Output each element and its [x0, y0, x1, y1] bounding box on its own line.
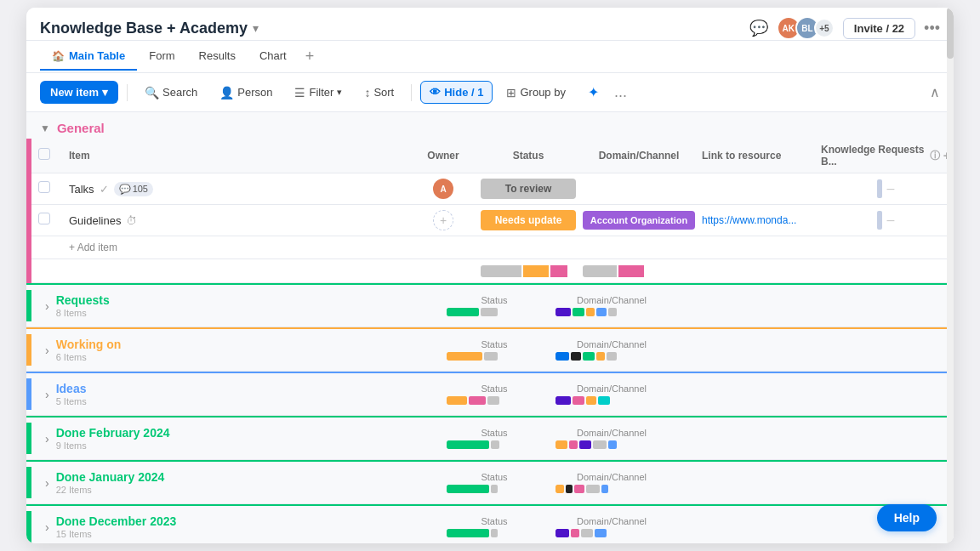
hide-label: Hide / 1 — [444, 86, 483, 99]
group-title-3[interactable]: Done February 2024 — [56, 426, 170, 440]
domain-bar-segment — [608, 440, 617, 449]
group-status-label-5: Status — [481, 516, 507, 526]
talks-domain-cell[interactable] — [579, 186, 698, 191]
guidelines-item-name: Guidelines — [69, 214, 121, 227]
tab-form[interactable]: Form — [137, 43, 186, 71]
talks-status-cell[interactable]: To review — [477, 176, 579, 202]
guidelines-checkbox-cell[interactable] — [31, 207, 62, 233]
sort-button[interactable]: ↕ Sort — [356, 82, 402, 104]
talks-link-cell[interactable] — [698, 184, 818, 194]
guidelines-owner-empty: + — [433, 210, 453, 230]
group-title-0[interactable]: Requests — [56, 293, 110, 307]
tab-main-table[interactable]: 🏠 Main Table — [40, 43, 137, 71]
group-domain-label-3: Domain/Channel — [577, 428, 647, 438]
general-status-summary-bar — [481, 265, 576, 277]
ai-button[interactable]: ✦ — [579, 80, 607, 105]
filter-button[interactable]: ☰ Filter ▾ — [286, 82, 350, 104]
tab-add-icon[interactable]: + — [299, 41, 322, 72]
hide-button[interactable]: 👁 Hide / 1 — [420, 81, 493, 104]
guidelines-link-cell[interactable]: https://www.monda... — [698, 209, 818, 231]
group-status-label-0: Status — [481, 295, 507, 305]
bar-seg-gray2 — [583, 265, 617, 277]
talks-item-name: Talks — [69, 183, 94, 196]
new-item-label: New item — [50, 86, 99, 99]
group-title-1[interactable]: Working on — [56, 338, 122, 351]
group-title-4[interactable]: Done January 2024 — [56, 470, 165, 484]
new-item-button[interactable]: New item ▾ — [40, 81, 118, 104]
general-table-inner: Item Owner Status Domain/Channel Link to… — [31, 139, 954, 283]
toolbar: New item ▾ 🔍 Search 👤 Person ☰ Filter ▾ … — [26, 73, 954, 112]
filter-chevron-icon: ▾ — [337, 87, 342, 98]
talks-kb-dash: – — [887, 181, 895, 196]
title-chevron-icon[interactable]: ▾ — [253, 21, 259, 35]
general-collapse-icon[interactable]: ▼ — [40, 122, 50, 134]
guidelines-status-pill: Needs update — [481, 210, 576, 230]
status-bar-segment — [481, 308, 498, 316]
talks-kb-bar — [877, 179, 882, 198]
domain-bar-segment — [596, 308, 607, 316]
talks-comment-count: 105 — [133, 184, 148, 194]
group-chevron-0[interactable]: › — [45, 299, 49, 313]
header-checkbox[interactable] — [38, 148, 50, 160]
talks-checkbox-cell[interactable] — [31, 176, 62, 202]
add-item-label: + Add item — [69, 241, 117, 253]
group-domain-label-5: Domain/Channel — [577, 516, 647, 526]
person-button[interactable]: 👤 Person — [211, 82, 281, 104]
group-by-button[interactable]: ⊞ Group by — [498, 82, 573, 104]
guidelines-kb-bar — [877, 211, 882, 230]
general-group-section: ▼ General Item Owner Status Domain/Chann… — [26, 112, 954, 283]
domain-bar-segment — [595, 529, 607, 537]
toolbar-separator-2 — [411, 84, 412, 101]
group-title-2[interactable]: Ideas — [56, 382, 87, 395]
help-button[interactable]: Help — [877, 504, 937, 531]
bar-seg-gray — [481, 265, 521, 277]
tab-results[interactable]: Results — [187, 43, 248, 71]
group-chevron-2[interactable]: › — [45, 388, 49, 401]
talks-checkbox[interactable] — [38, 181, 50, 193]
domain-bar-segment — [593, 440, 607, 449]
group-by-label: Group by — [520, 86, 565, 99]
general-group-title: General — [57, 121, 105, 135]
domain-column-header: Domain/Channel — [579, 145, 698, 167]
domain-bar-segment — [608, 308, 617, 316]
toolbar-collapse-icon[interactable]: ∧ — [930, 84, 940, 100]
group-sub-2: 5 Items — [56, 396, 87, 406]
toolbar-more-icon[interactable]: ... — [614, 83, 627, 101]
group-chevron-4[interactable]: › — [45, 476, 49, 490]
bar-seg-pink2 — [618, 265, 644, 277]
status-column-header: Status — [477, 145, 579, 167]
add-item-row[interactable]: + Add item — [31, 236, 954, 259]
guidelines-domain-cell[interactable]: Account Organization — [579, 208, 698, 232]
group-sub-0: 8 Items — [56, 308, 110, 318]
domain-bar-segment — [556, 308, 571, 316]
chat-icon[interactable]: 💬 — [749, 19, 768, 37]
domain-bar-segment — [583, 352, 595, 361]
scrollbar-track[interactable] — [947, 8, 954, 543]
status-bar-segment — [469, 396, 486, 405]
sort-label: Sort — [373, 86, 394, 99]
tab-chart[interactable]: Chart — [248, 43, 299, 71]
hide-eye-icon: 👁 — [430, 86, 441, 99]
group-chevron-3[interactable]: › — [45, 432, 49, 446]
header-more-icon[interactable]: ••• — [924, 20, 940, 37]
guidelines-kb-cell: – — [818, 206, 954, 235]
guidelines-domain-pill: Account Organization — [583, 211, 695, 230]
guidelines-status-cell[interactable]: Needs update — [477, 207, 579, 233]
invite-button[interactable]: Invite / 22 — [843, 18, 915, 39]
avatars-group: AK BL +5 — [777, 16, 835, 40]
group-title-5[interactable]: Done December 2023 — [56, 514, 177, 528]
domain-bar-segment — [586, 308, 595, 316]
domain-bar-segment — [571, 352, 581, 361]
status-bar-segment — [484, 352, 498, 361]
tab-results-label: Results — [199, 49, 236, 62]
tab-form-label: Form — [149, 49, 174, 62]
talks-comment-badge[interactable]: 💬 105 — [114, 182, 153, 196]
collapsed-group-3: ›Done February 20249 ItemsStatusDomain/C… — [26, 416, 954, 460]
group-chevron-1[interactable]: › — [45, 344, 49, 357]
guidelines-checkbox[interactable] — [38, 213, 50, 224]
main-content[interactable]: ▼ General Item Owner Status Domain/Chann… — [26, 112, 954, 543]
group-chevron-5[interactable]: › — [45, 520, 49, 534]
search-button[interactable]: 🔍 Search — [136, 82, 206, 104]
scrollbar-thumb[interactable] — [947, 8, 954, 59]
item-column-header: Item — [62, 145, 409, 167]
